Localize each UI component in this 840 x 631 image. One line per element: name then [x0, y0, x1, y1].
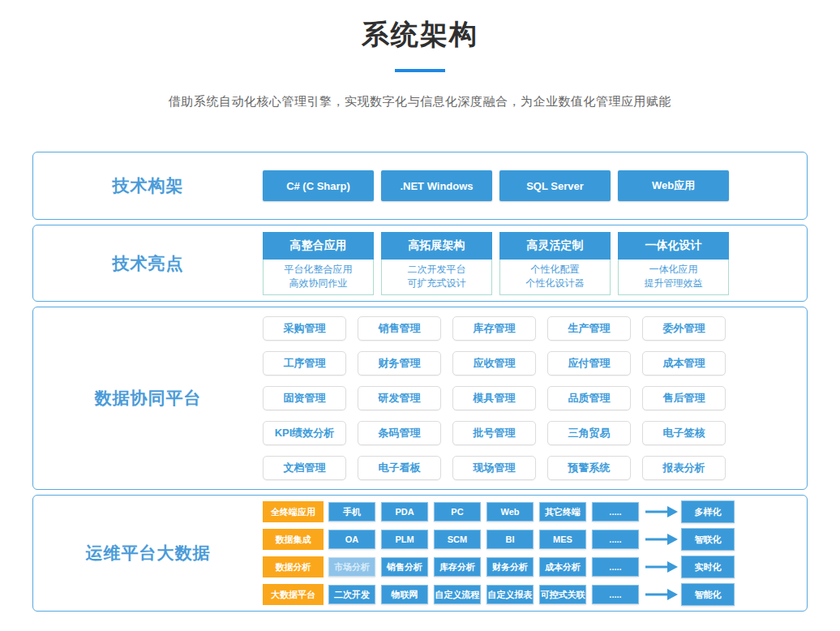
module-button[interactable]: 工序管理: [263, 351, 346, 376]
ops-chip-ellipsis: .....: [592, 530, 639, 549]
module-button[interactable]: 电子看板: [358, 456, 441, 480]
module-button[interactable]: 成本管理: [642, 351, 726, 376]
panel-tech-stack-label: 技术构架: [33, 174, 263, 197]
ops-chip: SCM: [434, 530, 481, 549]
panel-highlights-label: 技术亮点: [33, 252, 263, 275]
ops-row-analysis: 数据分析 市场分析 销售分析 库存分析 财务分析 成本分析 ..... 实时化: [263, 556, 807, 578]
architecture-panels: 技术构架 C# (C Sharp) .NET Windows SQL Serve…: [0, 152, 840, 612]
highlight-card: 高整合应用 平台化整合应用 高效协同作业: [263, 232, 374, 295]
module-button[interactable]: 生产管理: [547, 316, 631, 341]
module-button[interactable]: 预警系统: [547, 456, 631, 480]
ops-chip: PLM: [381, 530, 428, 549]
panel-data-platform: 数据协同平台 采购管理 销售管理 库存管理 生产管理 委外管理 工序管理 财务管…: [32, 307, 808, 490]
module-button[interactable]: 委外管理: [642, 316, 726, 341]
module-button[interactable]: 批号管理: [452, 421, 536, 445]
module-button[interactable]: 报表分析: [642, 456, 726, 480]
ops-chip-ellipsis: .....: [592, 502, 639, 522]
arrow-right-icon: [645, 534, 678, 545]
tech-stack-button-csharp[interactable]: C# (C Sharp): [263, 170, 374, 201]
highlight-card-title: 高灵活定制: [499, 232, 611, 260]
ops-row-integration: 数据集成 OA PLM SCM BI MES ..... 智联化: [263, 528, 807, 551]
module-button[interactable]: 应收管理: [452, 351, 536, 376]
highlight-card: 一体化设计 一体化应用 提升管理效益: [618, 232, 729, 295]
ops-chip: 手机: [328, 502, 375, 522]
ops-chip-ellipsis: .....: [592, 585, 639, 604]
highlight-card: 高灵活定制 个性化配置 个性化设计器: [499, 232, 611, 295]
ops-chip: 其它终端: [539, 502, 586, 522]
module-button[interactable]: 售后管理: [642, 386, 726, 410]
highlight-card-line: 个性化设计器: [500, 277, 610, 290]
ops-tag: 数据集成: [263, 529, 324, 550]
highlight-card-title: 高拓展架构: [381, 232, 492, 260]
ops-chip-ellipsis: .....: [592, 557, 639, 577]
module-button[interactable]: 条码管理: [358, 421, 441, 445]
module-button[interactable]: KPI绩效分析: [263, 421, 346, 445]
module-button[interactable]: 品质管理: [547, 386, 631, 410]
module-button[interactable]: 固资管理: [263, 386, 346, 410]
ops-result-chip: 多样化: [681, 500, 735, 523]
highlight-card-line: 个性化配置: [500, 263, 610, 277]
highlight-card-line: 二次开发平台: [382, 263, 491, 277]
ops-chip: 销售分析: [381, 557, 428, 577]
module-button[interactable]: 现场管理: [452, 456, 536, 480]
highlight-card: 高拓展架构 二次开发平台 可扩充式设计: [381, 232, 492, 295]
highlight-card-line: 平台化整合应用: [264, 263, 373, 277]
highlight-card-line: 一体化应用: [619, 263, 728, 277]
ops-row-bigdata: 大数据平台 二次开发 物联网 自定义流程 自定义报表 可控式关联 ..... 智…: [263, 583, 807, 606]
highlight-card-title: 高整合应用: [263, 232, 374, 260]
tech-stack-button-sqlserver[interactable]: SQL Server: [499, 170, 611, 201]
page-title: 系统架构: [0, 16, 840, 54]
ops-chip: 财务分析: [486, 557, 534, 577]
ops-chip: 自定义流程: [434, 585, 481, 604]
ops-chip-muted: 市场分析: [328, 557, 375, 577]
ops-result-chip: 智能化: [681, 583, 735, 606]
module-button[interactable]: 文档管理: [263, 456, 346, 480]
panel-tech-stack: 技术构架 C# (C Sharp) .NET Windows SQL Serve…: [32, 152, 808, 220]
ops-chip: OA: [328, 530, 375, 549]
ops-result-chip: 实时化: [681, 556, 735, 578]
ops-result-chip: 智联化: [681, 528, 735, 551]
module-button[interactable]: 库存管理: [452, 316, 536, 341]
highlight-card-line: 提升管理效益: [619, 277, 728, 290]
highlight-card-line: 可扩充式设计: [382, 277, 491, 290]
ops-tag: 全终端应用: [263, 501, 324, 522]
highlight-card-line: 高效协同作业: [264, 277, 373, 290]
page-subtitle: 借助系统自动化核心管理引擎，实现数字化与信息化深度融合，为企业数值化管理应用赋能: [0, 94, 840, 109]
panel-highlights: 技术亮点 高整合应用 平台化整合应用 高效协同作业 高拓展架构 二次开发平台 可…: [32, 225, 808, 302]
ops-tag: 数据分析: [263, 556, 324, 577]
tech-stack-button-dotnet[interactable]: .NET Windows: [381, 170, 492, 201]
arrow-right-icon: [645, 561, 678, 573]
module-button[interactable]: 电子签核: [642, 421, 726, 445]
ops-chip: BI: [486, 530, 534, 549]
module-button[interactable]: 应付管理: [547, 351, 631, 376]
ops-chip: 自定义报表: [486, 585, 534, 604]
panel-ops-platform-label: 运维平台大数据: [33, 542, 263, 564]
ops-chip: 可控式关联: [539, 585, 586, 604]
module-button[interactable]: 财务管理: [358, 351, 441, 376]
panel-ops-platform: 运维平台大数据 全终端应用 手机 PDA PC Web 其它终端 ..... 多…: [32, 495, 808, 612]
module-button[interactable]: 模具管理: [452, 386, 536, 410]
tech-stack-button-web[interactable]: Web应用: [618, 170, 729, 201]
page-header: 系统架构 借助系统自动化核心管理引擎，实现数字化与信息化深度融合，为企业数值化管…: [0, 0, 840, 109]
ops-chip: 物联网: [381, 585, 428, 604]
arrow-right-icon: [645, 506, 678, 517]
arrow-right-icon: [645, 589, 678, 600]
module-button[interactable]: 销售管理: [358, 316, 441, 341]
ops-chip: Web: [486, 502, 534, 522]
ops-chip: 库存分析: [434, 557, 481, 577]
ops-chip: MES: [539, 530, 586, 549]
ops-chip: 成本分析: [539, 557, 586, 577]
module-grid: 采购管理 销售管理 库存管理 生产管理 委外管理 工序管理 财务管理 应收管理 …: [263, 316, 807, 480]
title-underline: [395, 69, 445, 72]
ops-chip: 二次开发: [328, 585, 375, 604]
highlight-card-title: 一体化设计: [618, 232, 729, 260]
ops-tag: 大数据平台: [263, 584, 324, 605]
ops-row-terminals: 全终端应用 手机 PDA PC Web 其它终端 ..... 多样化: [263, 500, 807, 523]
ops-chip: PDA: [381, 502, 428, 522]
panel-data-platform-label: 数据协同平台: [33, 387, 263, 410]
module-button[interactable]: 三角贸易: [547, 421, 631, 445]
module-button[interactable]: 采购管理: [263, 316, 346, 341]
ops-chip: PC: [434, 502, 481, 522]
module-button[interactable]: 研发管理: [358, 386, 441, 410]
